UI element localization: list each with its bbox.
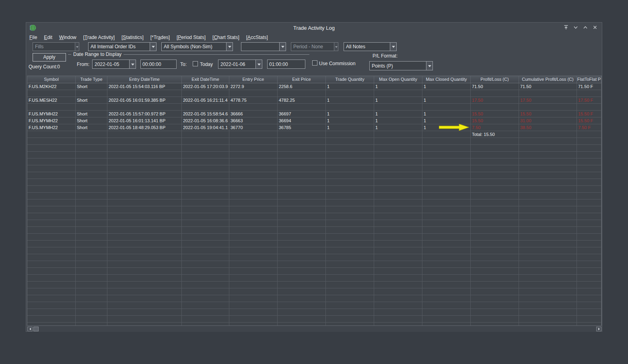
from-time-input[interactable] (140, 60, 177, 69)
column-header-trade-quantity[interactable]: Trade Quantity (326, 76, 374, 83)
column-header-symbol[interactable]: Symbol (27, 76, 76, 83)
table-row-empty[interactable] (27, 158, 601, 165)
table-row-empty[interactable] (27, 145, 601, 152)
table-row-empty[interactable] (27, 138, 601, 145)
column-header-cumulative-profit-loss-c[interactable]: Cumulative Profit/Loss (C) (519, 76, 577, 83)
table-row-empty[interactable] (27, 295, 601, 302)
to-time-input[interactable] (267, 60, 305, 69)
table-row-empty[interactable] (27, 309, 601, 316)
table-row-empty[interactable] (27, 316, 601, 323)
title-bar[interactable]: Trade Activity Log (26, 23, 602, 33)
chevron-down-icon[interactable] (573, 25, 579, 30)
table-row-empty[interactable] (27, 241, 601, 247)
from-date-combo[interactable]: 2022-01-05 (92, 60, 136, 69)
today-checkbox[interactable] (193, 61, 198, 66)
menu-periodstats[interactable]: [Period Stats] (177, 35, 206, 40)
column-header-max-closed-quantity[interactable]: Max Closed Quantity (422, 76, 471, 83)
pl-format-combo[interactable]: Points (P) (369, 61, 433, 70)
menu-file[interactable]: File (29, 35, 37, 40)
cell (374, 261, 422, 267)
to-date-combo[interactable]: 2022-01-06 (218, 60, 262, 69)
menu-chartstats[interactable]: [Chart Stats] (212, 35, 239, 40)
scroll-thumb[interactable] (33, 327, 39, 331)
menu-statistics[interactable]: [Statistics] (121, 35, 144, 40)
table-row-empty[interactable] (27, 172, 601, 179)
order-id-filter-combo[interactable]: All Internal Order IDs (88, 42, 156, 51)
table-row-empty[interactable] (27, 186, 601, 193)
cell (326, 213, 374, 220)
account-filter-combo[interactable] (241, 42, 286, 51)
menu-window[interactable]: Window (59, 35, 76, 40)
cell (326, 234, 374, 240)
table-row-empty[interactable] (27, 104, 601, 111)
symbol-filter-combo[interactable]: All Symbols (Non-Sim) (161, 42, 233, 51)
cell (374, 193, 422, 199)
cell (519, 104, 577, 110)
table-row[interactable]: F.US.M2KH22Short2022-01-05 15:54:03.116 … (27, 83, 601, 90)
table-row-empty[interactable] (27, 199, 601, 206)
table-row-empty[interactable] (27, 268, 601, 275)
cell: Short (76, 83, 107, 90)
table-row-empty[interactable] (27, 234, 601, 241)
apply-button[interactable]: Apply (33, 53, 66, 62)
scroll-right-button[interactable] (596, 327, 601, 331)
table-row[interactable]: F.US.MYMH22Short2022-01-05 16:01:13.141 … (27, 117, 601, 124)
column-header-profit-loss-c[interactable]: Profit/Loss (C) (471, 76, 519, 83)
table-row-empty[interactable] (27, 152, 601, 158)
column-header-exit-datetime[interactable]: Exit DateTime (182, 76, 229, 83)
period-filter-combo[interactable]: Period - None (291, 42, 338, 51)
table-row[interactable]: Total: 15.50 (27, 131, 601, 138)
table-row-empty[interactable] (27, 323, 601, 326)
cell (422, 323, 471, 326)
cell (27, 241, 76, 247)
table-row[interactable]: F.US.MESH22Short2022-01-05 16:01:59.385 … (27, 97, 601, 104)
scroll-left-button[interactable] (27, 327, 33, 331)
column-header-max-open-quantity[interactable]: Max Open Quantity (374, 76, 422, 83)
cell (326, 288, 374, 295)
notes-filter-combo[interactable]: All Notes (344, 42, 397, 51)
cell (577, 172, 601, 179)
table-row-empty[interactable] (27, 90, 601, 97)
table-row[interactable]: F.US.MYMH22Short2022-01-05 18:48:29.053 … (27, 124, 601, 131)
cell (76, 152, 107, 158)
cell (326, 295, 374, 302)
column-header-flattoflat-p[interactable]: FlatToFlat P (577, 76, 601, 83)
menu-trades[interactable]: [*Trades] (150, 35, 170, 40)
table-row-empty[interactable] (27, 206, 601, 213)
table-row[interactable]: F.US.MYMH22Short2022-01-05 15:57:00.972 … (27, 111, 601, 117)
fills-filter-combo[interactable]: Fills (33, 42, 79, 51)
cell (278, 220, 326, 226)
table-row-empty[interactable] (27, 261, 601, 268)
table-row-empty[interactable] (27, 275, 601, 282)
chevron-up-icon[interactable] (583, 25, 588, 30)
table-row-empty[interactable] (27, 254, 601, 261)
table-row-empty[interactable] (27, 165, 601, 172)
table-row-empty[interactable] (27, 220, 601, 227)
table-row-empty[interactable] (27, 193, 601, 199)
table-row-empty[interactable] (27, 302, 601, 309)
table-row-empty[interactable] (27, 213, 601, 220)
cell (422, 199, 471, 206)
table-row-empty[interactable] (27, 247, 601, 254)
column-header-entry-price[interactable]: Entry Price (229, 76, 278, 83)
table-row-empty[interactable] (27, 282, 601, 288)
close-icon[interactable] (592, 25, 598, 30)
horizontal-scrollbar[interactable] (27, 326, 602, 332)
menu-tradeactivity[interactable]: [Trade Activity] (83, 35, 115, 40)
cell: 2022-01-05 16:01:13.141 BP (107, 117, 182, 124)
use-commission-checkbox[interactable] (312, 60, 317, 66)
table-row-empty[interactable] (27, 179, 601, 186)
menu-edit[interactable]: Edit (44, 35, 52, 40)
table-row-empty[interactable] (27, 227, 601, 234)
table-row-empty[interactable] (27, 288, 601, 295)
column-header-entry-datetime[interactable]: Entry DateTime (107, 76, 182, 83)
menu-accstats[interactable]: [AccStats] (246, 35, 268, 40)
cell (519, 275, 577, 281)
cell (471, 288, 519, 295)
column-header-trade-type[interactable]: Trade Type (76, 76, 107, 83)
dock-to-top-icon[interactable] (563, 25, 569, 30)
column-header-exit-price[interactable]: Exit Price (278, 76, 326, 83)
cell (326, 275, 374, 281)
cell (374, 227, 422, 233)
cell (577, 261, 601, 267)
